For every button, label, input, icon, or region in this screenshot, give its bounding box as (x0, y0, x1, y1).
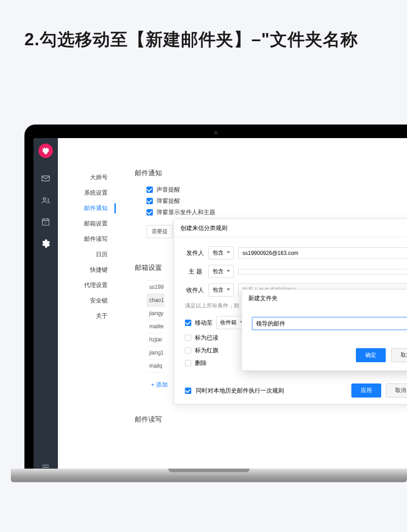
checkbox-icon (185, 347, 191, 354)
sender-input[interactable]: ss19900926@163.com (238, 247, 407, 259)
svg-text:7: 7 (45, 221, 47, 225)
app-window: 7 大师号 系统设置 邮件通知 邮箱设置 邮件读写 日历 快捷键 代理设置 安全… (33, 138, 407, 482)
check-label: 弹窗提醒 (156, 197, 180, 205)
checkbox-icon (147, 209, 153, 216)
page-heading: 2.勾选移动至【新建邮件夹】–"文件夹名称 (0, 0, 407, 52)
mailbox-row[interactable]: chao1 (147, 294, 165, 307)
readwrite-title: 邮件读写 (135, 415, 407, 424)
checkbox-icon (147, 187, 153, 193)
mark-read-label: 标为已读 (195, 334, 218, 342)
calendar-icon[interactable]: 7 (41, 217, 51, 227)
mailbox-row[interactable]: jiang1 (147, 346, 165, 359)
nav-shortcut[interactable]: 快捷键 (58, 262, 117, 278)
svg-point-2 (43, 198, 46, 201)
subject-condition-select[interactable]: 包含 (208, 265, 234, 278)
checkbox-icon (185, 320, 191, 326)
nav-proxy[interactable]: 代理设置 (58, 278, 117, 293)
nav-calendar[interactable]: 日历 (58, 247, 117, 262)
new-folder-modal: 新建文件夹 确定 取消 (241, 289, 407, 371)
recipient-condition-select[interactable]: 包含 (208, 283, 234, 297)
check-popup-detail[interactable]: 弹窗显示发件人和主题 (147, 208, 407, 216)
check-label: 声音提醒 (156, 186, 180, 194)
mail-icon[interactable] (41, 173, 51, 183)
subject-input[interactable] (238, 269, 407, 274)
nav-readwrite[interactable]: 邮件读写 (58, 231, 117, 247)
contacts-icon[interactable] (41, 195, 51, 205)
move-label: 移动至 (195, 319, 213, 327)
cancel-button[interactable]: 取消 (391, 348, 407, 362)
nav-mailbox[interactable]: 邮箱设置 (58, 216, 117, 231)
folder-name-input[interactable] (252, 317, 407, 330)
mailbox-row[interactable]: mailte (147, 320, 165, 333)
cancel-button[interactable]: 取消 (386, 383, 407, 398)
mailbox-row[interactable]: ss199 (147, 281, 165, 294)
avatar[interactable] (38, 144, 53, 158)
check-label: 弹窗显示发件人和主题 (156, 208, 215, 216)
delete-label: 删除 (195, 359, 207, 367)
check-sound[interactable]: 声音提醒 (147, 186, 407, 194)
checkbox-icon (185, 335, 191, 341)
mark-flag-label: 标为红旗 (195, 346, 218, 355)
sender-condition-select[interactable]: 包含 (208, 246, 234, 259)
mailbox-list: ss199 chao1 jiangy mailte hzjiar jiang1 … (147, 280, 165, 373)
nav-lock[interactable]: 安全锁 (58, 293, 117, 308)
nav-about[interactable]: 关于 (58, 308, 117, 324)
mailbox-row[interactable]: mailq (147, 359, 165, 373)
nav-master[interactable]: 大师号 (58, 170, 117, 185)
apply-button[interactable]: 应用 (351, 383, 381, 398)
modal2-title: 新建文件夹 (242, 290, 407, 307)
checkbox-icon[interactable] (185, 388, 191, 394)
mailbox-row[interactable]: jiangy (147, 307, 165, 320)
subject-label: 主题 (185, 268, 204, 276)
apply-history-label: 同时对本地历史邮件执行一次规则 (196, 387, 284, 395)
checkbox-icon (185, 360, 191, 366)
laptop-base (11, 469, 407, 482)
laptop-mockup: 7 大师号 系统设置 邮件通知 邮箱设置 邮件读写 日历 快捷键 代理设置 安全… (24, 125, 407, 505)
sender-label: 发件人 (185, 249, 204, 257)
notify-title: 邮件通知 (135, 169, 407, 177)
ok-button[interactable]: 确定 (356, 348, 386, 362)
add-mailbox-link[interactable]: + 添加 (151, 381, 168, 389)
camera-dot (214, 131, 218, 134)
settings-nav: 大师号 系统设置 邮件通知 邮箱设置 邮件读写 日历 快捷键 代理设置 安全锁 … (58, 138, 117, 482)
svg-point-0 (44, 150, 47, 154)
nav-system[interactable]: 系统设置 (58, 185, 117, 201)
modal-title: 创建来信分类规则 (180, 224, 227, 232)
need-button[interactable]: 需要提 (147, 225, 173, 238)
gear-icon[interactable] (41, 239, 51, 249)
check-popup[interactable]: 弹窗提醒 (147, 197, 407, 205)
icon-rail: 7 (33, 138, 58, 482)
checkbox-icon (147, 198, 153, 204)
mailbox-row[interactable]: hzjiar (147, 333, 165, 346)
recipient-label: 收件人 (185, 286, 204, 294)
nav-notify[interactable]: 邮件通知 (58, 201, 117, 216)
svg-rect-1 (42, 176, 50, 181)
